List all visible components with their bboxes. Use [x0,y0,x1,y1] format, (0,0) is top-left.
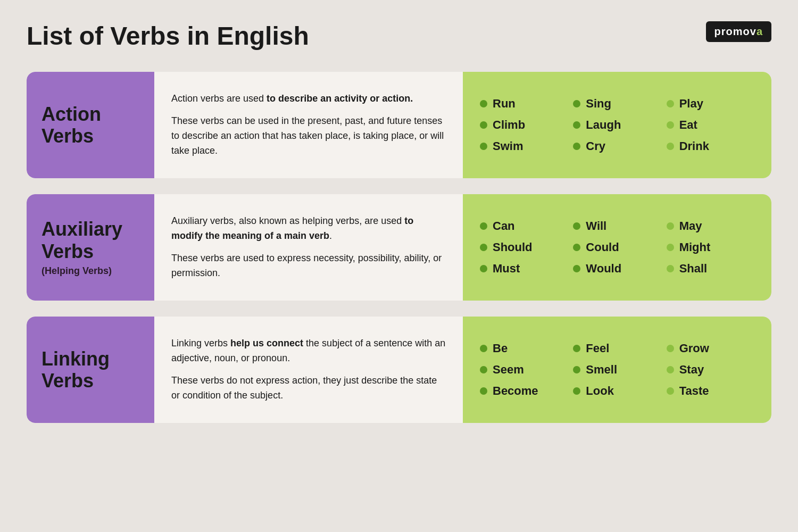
example-word-linking-3: Seem [493,363,524,377]
bullet-icon [480,387,487,395]
description-part-auxiliary-0: Auxiliary verbs, also known as helping v… [171,214,446,244]
description-part-action-1: These verbs can be used in the present, … [171,114,446,159]
list-item: Climb [480,118,568,132]
verb-row-auxiliary: AuxiliaryVerbs(Helping Verbs)Auxiliary v… [27,194,771,301]
bullet-icon [667,345,674,352]
list-item: Look [573,384,661,398]
example-word-action-4: Laugh [586,118,621,132]
bullet-icon [667,100,674,107]
bullet-icon [667,222,674,230]
verb-description-action: Action verbs are used to describe an act… [154,72,463,178]
bullet-icon [480,366,487,373]
verb-title-action: ActionVerbs [41,103,139,147]
bullet-icon [480,244,487,251]
verb-label-auxiliary: AuxiliaryVerbs(Helping Verbs) [27,194,154,301]
example-word-auxiliary-6: Must [493,262,520,276]
list-item: Taste [667,384,754,398]
list-item: Feel [573,342,661,355]
example-word-linking-6: Become [493,384,538,398]
logo: promova [706,21,771,42]
bullet-icon [573,121,580,129]
bullet-icon [573,265,580,272]
example-word-auxiliary-3: Should [493,240,533,254]
list-item: May [667,219,754,233]
list-item: Must [480,262,568,276]
list-item: Seem [480,363,568,377]
examples-grid-linking: BeFeelGrowSeemSmellStayBecomeLookTaste [480,342,754,398]
list-item: Swim [480,139,568,153]
example-word-linking-5: Stay [679,363,704,377]
example-word-auxiliary-0: Can [493,219,515,233]
bullet-icon [573,100,580,107]
list-item: Should [480,240,568,254]
list-item: Could [573,240,661,254]
list-item: Laugh [573,118,661,132]
bullet-icon [480,265,487,272]
rows-container: ActionVerbsAction verbs are used to desc… [27,72,771,423]
list-item: Play [667,97,754,111]
bullet-icon [667,387,674,395]
bullet-icon [667,265,674,272]
verb-description-linking: Linking verbs help us connect the subjec… [154,317,463,423]
bullet-icon [667,244,674,251]
example-word-linking-8: Taste [679,384,709,398]
verb-title-auxiliary: AuxiliaryVerbs [41,218,139,262]
example-word-linking-1: Feel [586,342,609,355]
list-item: Will [573,219,661,233]
verb-description-auxiliary: Auxiliary verbs, also known as helping v… [154,194,463,301]
bullet-icon [480,143,487,150]
bullet-icon [480,100,487,107]
verb-label-linking: LinkingVerbs [27,317,154,423]
list-item: Be [480,342,568,355]
description-part-linking-0: Linking verbs help us connect the subjec… [171,336,446,366]
example-word-action-1: Sing [586,97,611,111]
bullet-icon [480,121,487,129]
description-part-linking-1: These verbs do not express action, they … [171,373,446,403]
verb-examples-auxiliary: CanWillMayShouldCouldMightMustWouldShall [463,194,771,301]
verb-label-action: ActionVerbs [27,72,154,178]
list-item: Would [573,262,661,276]
page-title: List of Verbs in English [27,21,771,51]
list-item: Grow [667,342,754,355]
example-word-auxiliary-4: Could [586,240,619,254]
verb-row-linking: LinkingVerbsLinking verbs help us connec… [27,317,771,423]
example-word-action-7: Cry [586,139,605,153]
example-word-auxiliary-7: Would [586,262,621,276]
example-word-auxiliary-2: May [679,219,702,233]
list-item: Drink [667,139,754,153]
list-item: Stay [667,363,754,377]
example-word-action-8: Drink [679,139,709,153]
bullet-icon [667,143,674,150]
example-word-action-6: Swim [493,139,523,153]
verb-subtitle-auxiliary: (Helping Verbs) [41,265,139,277]
bullet-icon [667,366,674,373]
verb-examples-linking: BeFeelGrowSeemSmellStayBecomeLookTaste [463,317,771,423]
bullet-icon [573,345,580,352]
example-word-action-5: Eat [679,118,697,132]
example-word-action-3: Climb [493,118,525,132]
verb-title-linking: LinkingVerbs [41,348,139,392]
list-item: Can [480,219,568,233]
list-item: Run [480,97,568,111]
example-word-action-2: Play [679,97,703,111]
bullet-icon [573,366,580,373]
examples-grid-auxiliary: CanWillMayShouldCouldMightMustWouldShall [480,219,754,276]
verb-examples-action: RunSingPlayClimbLaughEatSwimCryDrink [463,72,771,178]
bullet-icon [573,244,580,251]
list-item: Smell [573,363,661,377]
bullet-icon [573,143,580,150]
example-word-auxiliary-8: Shall [679,262,708,276]
bullet-icon [667,121,674,129]
example-word-linking-2: Grow [679,342,709,355]
example-word-linking-0: Be [493,342,508,355]
list-item: Shall [667,262,754,276]
examples-grid-action: RunSingPlayClimbLaughEatSwimCryDrink [480,97,754,153]
example-word-linking-4: Smell [586,363,617,377]
example-word-auxiliary-1: Will [586,219,606,233]
bullet-icon [573,387,580,395]
list-item: Cry [573,139,661,153]
list-item: Become [480,384,568,398]
bullet-icon [573,222,580,230]
example-word-action-0: Run [493,97,516,111]
list-item: Might [667,240,754,254]
